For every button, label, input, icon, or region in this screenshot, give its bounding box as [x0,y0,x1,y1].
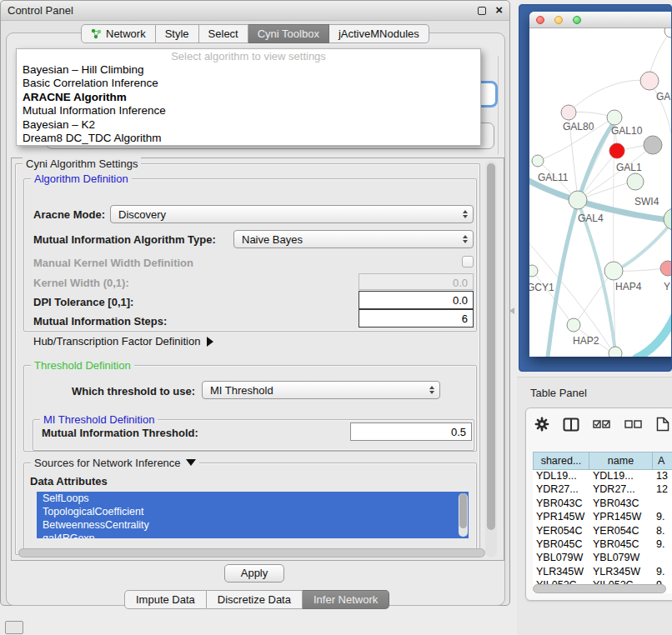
table-cell: YER054C [533,525,589,538]
network-node-swi4[interactable] [664,208,672,230]
network-window[interactable]: GALGAL80GAL10GAL1GAL11GAL4SWI4GCY1HAP4YH… [529,12,672,357]
network-node-unlabeled-bottom[interactable] [609,347,622,357]
table-cell: YBR045C [533,538,589,552]
columns-icon[interactable] [563,418,579,432]
tab-jactivemnodules[interactable]: jActiveMNodules [329,24,429,43]
attribute-item-gal4rgexp[interactable]: gal4RGexp [37,532,469,538]
attributes-scrollbar-thumb[interactable] [459,493,467,528]
which-threshold-select[interactable]: MI Threshold [202,381,440,399]
table-horizontal-scrollbar[interactable] [533,584,666,593]
close-traffic-light-icon[interactable] [536,16,544,24]
gear-icon[interactable] [534,417,549,432]
attribute-item-topologicalcoefficient[interactable]: TopologicalCoefficient [37,505,469,518]
apply-button[interactable]: Apply [224,564,284,582]
column-header-shared[interactable]: shared... [533,452,589,470]
table-cell [653,552,672,565]
algorithm-option-dream8-dc-tdc-algorithm[interactable]: Dream8 DC_TDC Algorithm [17,132,480,145]
mi-threshold-field[interactable]: 0.5 [350,422,472,441]
table-row[interactable]: YDR27...YDR27...12 [533,483,672,497]
hub-definition-label: Hub/Transcription Factor Definition [33,335,200,348]
network-node-gal10[interactable] [607,110,622,125]
aracne-mode-select[interactable]: Discovery [110,205,474,223]
network-node-red-node[interactable] [609,143,624,158]
tab-style[interactable]: Style [156,24,199,43]
table-row[interactable]: YBL079WYBL079W [533,552,672,565]
table-row[interactable]: YER054CYER054C8. [533,525,672,538]
table-row[interactable]: YDL19...YDL19...13 [533,470,672,483]
dpi-tolerance-label: DPI Tolerance [0,1]: [33,296,133,308]
tab-discretize-data[interactable]: Discretize Data [207,590,303,609]
algorithm-option-basic-correlation-inference[interactable]: Basic Correlation Inference [17,77,480,90]
deselect-all-icon[interactable] [624,419,643,429]
combo-arrows-icon [458,235,473,243]
network-node-gal1[interactable] [627,173,644,190]
combo-arrows-icon [458,210,473,218]
network-node-gal11[interactable] [532,155,544,167]
minimize-traffic-light-icon[interactable] [554,16,563,24]
network-edge[interactable] [529,238,613,352]
close-icon[interactable]: × [495,2,503,17]
network-node-hap4[interactable] [604,262,623,280]
table-row[interactable]: YBR043CYBR043C [533,498,672,511]
panel-float-button[interactable] [5,621,23,634]
manual-kernel-checkbox[interactable] [462,256,474,268]
settings-vertical-scrollbar[interactable] [485,161,497,558]
network-node-gal80[interactable] [561,105,576,120]
network-window-titlebar[interactable] [529,12,672,28]
kernel-width-field[interactable]: 0.0 [359,273,474,290]
tab-infer-network[interactable]: Infer Network [303,590,389,609]
table-cell [653,498,672,511]
algorithm-option-bayesian-hill-climbing[interactable]: Bayesian – Hill Climbing [17,63,480,77]
network-edge[interactable] [548,122,614,357]
table-toolbar [534,417,669,432]
select-all-icon[interactable] [593,419,611,429]
page-icon[interactable] [656,417,669,432]
settings-scrollbar-thumb[interactable] [487,163,495,530]
attribute-item-betweennesscentrality[interactable]: BetweennessCentrality [37,518,469,532]
network-canvas[interactable]: GALGAL80GAL10GAL1GAL11GAL4SWI4GCY1HAP4YH… [529,28,672,357]
node-label-gal80: GAL80 [563,121,594,132]
float-window-icon[interactable] [478,7,486,15]
settings-horizontal-scrollbar[interactable] [18,548,485,558]
network-node-gal4[interactable] [569,191,587,209]
tab-select[interactable]: Select [199,24,248,43]
table-row[interactable]: YPR145WYPR145W9. [533,511,672,524]
tab-cyni-toolbox[interactable]: Cyni Toolbox [248,24,329,43]
column-header-name[interactable]: name [589,452,653,470]
table-cell: YPR145W [533,511,589,524]
data-attributes-list: SelfLoopsTopologicalCoefficientBetweenne… [37,492,469,538]
node-label-gcy1: GCY1 [529,282,554,293]
node-label-gal4: GAL4 [578,212,604,224]
sources-group-title[interactable]: Sources for Network Inference [31,457,199,469]
attributes-scrollbar[interactable] [459,493,468,537]
algorithm-option-mutual-information-inference[interactable]: Mutual Information Inference [17,104,480,118]
table-row[interactable]: YBR045CYBR045C9. [533,538,672,552]
table-row[interactable]: YLR345WYLR345W9. [533,566,672,579]
algorithm-option-bayesian-k2[interactable]: Bayesian – K2 [17,118,480,132]
control-panel-titlebar[interactable]: Control Panel × [1,1,509,21]
table-cell: 12 [653,483,672,497]
splitter-collapse-icon[interactable] [509,308,514,314]
network-edge[interactable] [569,80,649,112]
tab-network[interactable]: Network [81,24,156,43]
column-header-a[interactable]: A [653,452,672,470]
tab-impute-data[interactable]: Impute Data [124,590,207,609]
dpi-tolerance-field[interactable]: 0.0 [359,291,474,309]
network-node-gcy1[interactable] [529,265,538,277]
mi-steps-label: Mutual Information Steps: [33,315,167,328]
table-header: shared...nameA [533,452,672,470]
network-node-hap2[interactable] [567,318,580,332]
zoom-traffic-light-icon[interactable] [573,16,581,24]
node-label-hap2: HAP2 [573,335,599,347]
network-node-unlabeled-top[interactable] [664,28,672,38]
cyni-settings-group-title: Cyni Algorithm Settings [23,158,141,170]
hub-definition-toggle[interactable]: Hub/Transcription Factor Definition [33,335,213,348]
network-node-gray-node[interactable] [644,136,662,154]
attribute-item-selfloops[interactable]: SelfLoops [37,492,469,505]
network-node-gal-partial[interactable] [640,72,659,90]
mi-type-select[interactable]: Naive Bayes [233,230,474,248]
network-edge[interactable] [636,308,672,357]
mi-steps-field[interactable]: 6 [359,309,474,328]
network-node-salmon-node[interactable] [660,261,672,276]
algorithm-option-aracne-algorithm[interactable]: ARACNE Algorithm [17,91,480,104]
